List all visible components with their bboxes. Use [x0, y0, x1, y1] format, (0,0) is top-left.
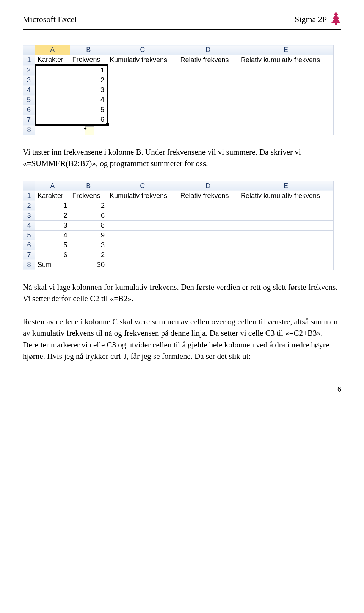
cell[interactable]: Frekvens	[70, 55, 107, 65]
cell[interactable]	[107, 65, 178, 75]
cell[interactable]: 6	[70, 211, 107, 220]
col-header-B[interactable]: B	[70, 45, 107, 55]
cell[interactable]	[238, 211, 333, 220]
cell[interactable]	[107, 105, 178, 115]
col-header-A[interactable]: A	[35, 181, 70, 191]
cell[interactable]: Kumulativ frekvens	[107, 55, 178, 65]
col-header-D[interactable]: D	[178, 45, 238, 55]
row-header[interactable]: 4	[23, 85, 35, 95]
cell[interactable]	[238, 250, 333, 260]
row-header[interactable]: 8	[23, 260, 35, 270]
cell[interactable]	[35, 115, 70, 125]
cell[interactable]: Relativ frekvens	[178, 191, 238, 201]
cell[interactable]: Karakter	[35, 191, 70, 201]
cell[interactable]	[238, 220, 333, 230]
cell[interactable]	[238, 230, 333, 240]
cell[interactable]	[107, 95, 178, 105]
cell[interactable]: Relativ frekvens	[178, 55, 238, 65]
col-header-C[interactable]: C	[107, 181, 178, 191]
cell[interactable]	[178, 95, 238, 105]
cell-fill-target[interactable]	[70, 125, 107, 135]
row-header[interactable]: 7	[23, 250, 35, 260]
row-header[interactable]: 3	[23, 75, 35, 85]
cell[interactable]	[107, 125, 178, 135]
row-header[interactable]: 5	[23, 95, 35, 105]
cell[interactable]	[107, 201, 178, 211]
cell[interactable]	[35, 75, 70, 85]
col-header-D[interactable]: D	[178, 181, 238, 191]
cell[interactable]	[178, 201, 238, 211]
cell[interactable]	[238, 85, 333, 95]
row-header[interactable]: 8	[23, 125, 35, 135]
col-header-E[interactable]: E	[238, 181, 333, 191]
row-header[interactable]: 5	[23, 230, 35, 240]
cell[interactable]: Frekvens	[70, 191, 107, 201]
cell-selected[interactable]	[35, 65, 70, 75]
cell[interactable]: 2	[70, 250, 107, 260]
cell[interactable]: 5	[35, 240, 70, 250]
cell[interactable]	[178, 105, 238, 115]
col-header-B[interactable]: B	[70, 181, 107, 191]
row-header[interactable]: 4	[23, 220, 35, 230]
cell[interactable]	[238, 95, 333, 105]
cell[interactable]: 1	[35, 201, 70, 211]
row-header[interactable]: 2	[23, 65, 35, 75]
cell[interactable]	[107, 260, 178, 270]
cell[interactable]: Karakter	[35, 55, 70, 65]
cell[interactable]: 3	[70, 85, 107, 95]
cell[interactable]	[107, 220, 178, 230]
cell[interactable]	[178, 115, 238, 125]
cell[interactable]	[107, 75, 178, 85]
cell[interactable]	[35, 95, 70, 105]
cell[interactable]: Sum	[35, 260, 70, 270]
cell[interactable]	[238, 65, 333, 75]
cell[interactable]: Relativ kumulativ frekvens	[238, 191, 333, 201]
cell[interactable]	[238, 115, 333, 125]
row-header[interactable]: 2	[23, 201, 35, 211]
cell[interactable]	[178, 125, 238, 135]
select-all-corner[interactable]	[23, 45, 35, 55]
cell[interactable]: 30	[70, 260, 107, 270]
cell[interactable]	[107, 240, 178, 250]
col-header-A[interactable]: A	[35, 45, 70, 55]
cell[interactable]	[238, 75, 333, 85]
cell[interactable]	[178, 260, 238, 270]
cell[interactable]: 6	[35, 250, 70, 260]
cell[interactable]	[35, 125, 70, 135]
cell[interactable]	[35, 85, 70, 95]
cell[interactable]	[107, 230, 178, 240]
select-all-corner[interactable]	[23, 181, 35, 191]
cell[interactable]	[178, 250, 238, 260]
cell[interactable]: 4	[35, 230, 70, 240]
cell[interactable]: 1	[70, 65, 107, 75]
cell[interactable]: Relativ kumulativ frekvens	[238, 55, 333, 65]
cell[interactable]	[178, 220, 238, 230]
cell[interactable]	[238, 125, 333, 135]
cell[interactable]	[35, 105, 70, 115]
row-header[interactable]: 3	[23, 211, 35, 220]
cell[interactable]	[238, 260, 333, 270]
cell[interactable]	[178, 75, 238, 85]
cell[interactable]	[107, 115, 178, 125]
cell[interactable]	[107, 250, 178, 260]
cell[interactable]	[238, 201, 333, 211]
cell[interactable]	[178, 230, 238, 240]
row-header[interactable]: 7	[23, 115, 35, 125]
cell[interactable]: 5	[70, 105, 107, 115]
cell[interactable]	[238, 105, 333, 115]
row-header[interactable]: 6	[23, 240, 35, 250]
cell[interactable]: 3	[70, 240, 107, 250]
cell[interactable]: 2	[35, 211, 70, 220]
col-header-E[interactable]: E	[238, 45, 333, 55]
cell[interactable]	[238, 240, 333, 250]
cell[interactable]: 2	[70, 75, 107, 85]
cell[interactable]: 3	[35, 220, 70, 230]
col-header-C[interactable]: C	[107, 45, 178, 55]
row-header[interactable]: 1	[23, 191, 35, 201]
cell[interactable]: Kumulativ frekvens	[107, 191, 178, 201]
row-header[interactable]: 1	[23, 55, 35, 65]
cell[interactable]	[178, 240, 238, 250]
cell[interactable]: 4	[70, 95, 107, 105]
cell[interactable]	[107, 85, 178, 95]
cell[interactable]: 8	[70, 220, 107, 230]
